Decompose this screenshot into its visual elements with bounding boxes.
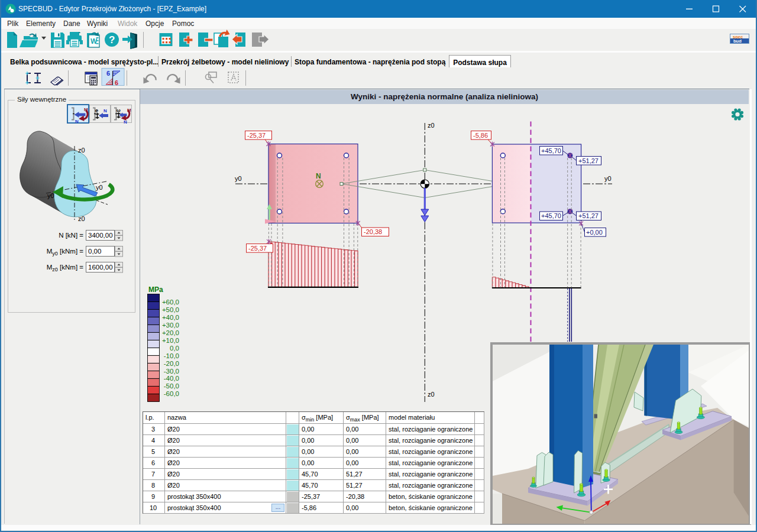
svg-text:y0: y0 bbox=[47, 192, 54, 199]
svg-text:N: N bbox=[103, 108, 107, 113]
svg-text:N: N bbox=[75, 119, 79, 124]
svg-text:N: N bbox=[124, 119, 127, 125]
svg-text:z0: z0 bbox=[78, 147, 85, 154]
svg-text:y0: y0 bbox=[96, 184, 103, 191]
svg-text:ω: ω bbox=[117, 108, 121, 113]
svg-text:6: 6 bbox=[115, 79, 118, 86]
svg-text:z0: z0 bbox=[78, 215, 85, 222]
svg-text:W: W bbox=[90, 37, 98, 46]
svg-text:M: M bbox=[127, 108, 131, 113]
svg-text:?: ? bbox=[109, 34, 115, 46]
svg-text:M: M bbox=[84, 107, 88, 112]
svg-text:e: e bbox=[95, 108, 98, 113]
svg-text:bud: bud bbox=[733, 38, 742, 44]
svg-text:6: 6 bbox=[106, 70, 110, 77]
